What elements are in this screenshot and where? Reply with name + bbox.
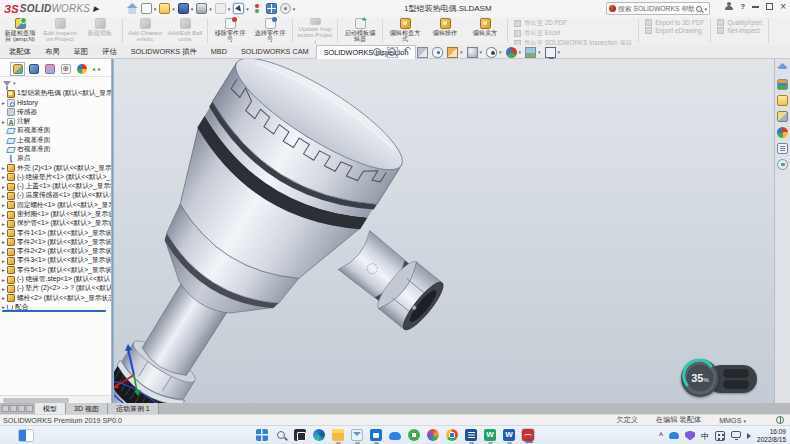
panel-tab-featuremanager[interactable]: [10, 62, 25, 76]
taskbar-wps-icon[interactable]: W: [483, 428, 497, 442]
taskbar-book-app-icon[interactable]: [464, 428, 478, 442]
tree-row[interactable]: ▸外壳 (2)<1> (默认<<默认>_显示状: [0, 163, 111, 172]
onedrive-icon[interactable]: [669, 432, 679, 439]
restore-button[interactable]: [766, 3, 773, 10]
tree-row[interactable]: ▸(-) 上盖<1> (默认<<默认>_显示状: [0, 182, 111, 191]
widget-button-top[interactable]: [723, 369, 749, 378]
panel-tab-configurationmanager[interactable]: [42, 62, 57, 76]
doc-tab-nav[interactable]: [0, 403, 35, 414]
expand-arrow-icon[interactable]: ▸: [0, 277, 7, 283]
tree-hscrollbar-thumb[interactable]: [3, 398, 69, 403]
dropdown-caret-icon[interactable]: ▾: [558, 49, 561, 55]
view-settings-icon[interactable]: [545, 47, 556, 58]
expand-arrow-icon[interactable]: ▸: [0, 239, 7, 245]
tree-row[interactable]: ⌊原点: [0, 154, 111, 163]
zoom-fit-icon[interactable]: [372, 47, 383, 58]
chevron-up-icon[interactable]: ^: [659, 432, 663, 439]
dropdown-caret-icon[interactable]: ▾: [154, 6, 157, 12]
design-library-icon[interactable]: [777, 79, 788, 90]
logo-flyout-arrow[interactable]: ▶: [93, 5, 99, 13]
dropdown-caret-icon[interactable]: ▾: [191, 6, 194, 12]
dynamic-annotation-icon[interactable]: [432, 47, 443, 58]
close-button[interactable]: ×: [780, 3, 786, 11]
expand-arrow-icon[interactable]: ▸: [0, 100, 7, 106]
settings-icon[interactable]: [280, 3, 291, 14]
custom-properties-icon[interactable]: [777, 143, 788, 154]
expand-arrow-icon[interactable]: ▸: [0, 174, 7, 180]
taskbar-word-icon[interactable]: W: [502, 428, 516, 442]
tree-row[interactable]: ▸零件3<1> (默认<<默认>_显示状态: [0, 256, 111, 265]
print-icon[interactable]: [196, 3, 207, 14]
dropdown-caret-icon[interactable]: ▾: [499, 49, 502, 55]
widget-button-bottom[interactable]: [723, 380, 749, 389]
tree-row[interactable]: ▸A注解: [0, 117, 111, 126]
panel-tab-prev-icon[interactable]: ◂: [92, 65, 95, 72]
ime-icon[interactable]: 中: [701, 431, 709, 441]
volume-icon[interactable]: [747, 433, 751, 439]
input-grid-icon[interactable]: [715, 431, 725, 441]
section-view-icon[interactable]: [417, 47, 428, 58]
security-shield-icon[interactable]: [685, 431, 695, 441]
search-icon[interactable]: [696, 6, 702, 12]
dropdown-caret-icon[interactable]: ▾: [172, 6, 175, 12]
hide-show-icon[interactable]: [486, 47, 497, 58]
taskbar-cloud-icon[interactable]: [388, 428, 402, 442]
tree-row[interactable]: ▸(-) 绝缘垫片<1> (默认<<默认>_显: [0, 173, 111, 182]
zoom-area-icon[interactable]: [387, 47, 398, 58]
user-account-icon[interactable]: [725, 2, 733, 11]
tree-row[interactable]: ▸(-) 温度传感器<1> (默认<<默认>_: [0, 191, 111, 200]
rollback-bar[interactable]: [2, 310, 106, 312]
home-icon[interactable]: [127, 3, 138, 14]
ribbon-button-0[interactable]: 新建检查项目 (amp;N): [0, 17, 40, 45]
view-palette-icon[interactable]: [777, 111, 788, 122]
expand-arrow-icon[interactable]: ▸: [0, 119, 7, 125]
taskbar-edge-icon[interactable]: [312, 428, 326, 442]
tree-row[interactable]: ▸保护管<1> (默认<<默认>_显示状态: [0, 219, 111, 228]
expand-arrow-icon[interactable]: ▸: [0, 202, 7, 208]
open-icon[interactable]: [159, 3, 170, 14]
expand-arrow-icon[interactable]: ▸: [0, 267, 7, 273]
tree-row[interactable]: 1型铠装热电偶 (默认<默认_显示状态-1: [0, 89, 111, 98]
zoom-widget[interactable]: 35%: [681, 359, 759, 399]
tab-评估[interactable]: 评估: [95, 45, 124, 59]
tree-row[interactable]: ▸零件2<1> (默认<<默认>_显示状态: [0, 238, 111, 247]
help-search-box[interactable]: 搜索 SOLIDWORKS 帮助 ▾: [606, 2, 710, 15]
panel-tab-propertymanager[interactable]: [26, 62, 41, 76]
thermocouple-3d-model[interactable]: [114, 59, 774, 403]
tree-row[interactable]: ▸螺栓<2> (默认<<默认>_显示状态: [0, 294, 111, 303]
taskbar-solidworks-icon[interactable]: [521, 428, 535, 442]
taskbar-mail-icon[interactable]: [350, 428, 364, 442]
file-explorer-icon[interactable]: [777, 95, 788, 106]
dropdown-caret-icon[interactable]: ▾: [293, 6, 296, 12]
tab-装配体[interactable]: 装配体: [2, 45, 38, 59]
graphics-viewport[interactable]: 35%: [114, 59, 774, 403]
forum-icon[interactable]: [777, 159, 788, 170]
panel-tab-displaymanager[interactable]: [74, 62, 89, 76]
doc-tab-模型[interactable]: 模型: [35, 403, 66, 414]
display-icon[interactable]: [731, 431, 741, 438]
dropdown-caret-icon[interactable]: ▾: [209, 6, 212, 12]
expand-arrow-icon[interactable]: ▸: [0, 258, 7, 264]
tree-row[interactable]: 上视基准面: [0, 135, 111, 144]
tab-mbd[interactable]: MBD: [204, 45, 234, 59]
tab-solidworks-cam[interactable]: SOLIDWORKS CAM: [234, 45, 316, 59]
display-style-icon[interactable]: [467, 47, 478, 58]
tree-row[interactable]: ▸密封圈<1> (默认<<默认>_显示状态: [0, 210, 111, 219]
ribbon-button-9[interactable]: 编辑检查方式: [385, 17, 425, 45]
appearances-icon[interactable]: [777, 127, 788, 138]
undo-icon[interactable]: [215, 3, 226, 14]
taskbar-start-icon[interactable]: [255, 428, 269, 442]
tab-布局[interactable]: 布局: [38, 45, 67, 59]
widgets-icon[interactable]: [18, 429, 34, 442]
tree-row[interactable]: ▸(-) 绝缘管.step<1> (默认<<默认: [0, 275, 111, 284]
expand-arrow-icon[interactable]: ▸: [0, 193, 7, 199]
taskbar-explorer-icon[interactable]: [331, 428, 345, 442]
ribbon-button-8[interactable]: 启动模板编辑器: [340, 17, 380, 45]
expand-arrow-icon[interactable]: ▸: [0, 221, 7, 227]
search-caret-icon[interactable]: ▾: [704, 6, 707, 12]
tab-solidworks-插件[interactable]: SOLIDWORKS 插件: [124, 45, 204, 59]
panel-tab-next-icon[interactable]: ▸: [98, 65, 101, 72]
expand-arrow-icon[interactable]: ▸: [0, 286, 7, 292]
rebuild-icon[interactable]: [252, 3, 263, 14]
select-icon[interactable]: [233, 3, 244, 14]
